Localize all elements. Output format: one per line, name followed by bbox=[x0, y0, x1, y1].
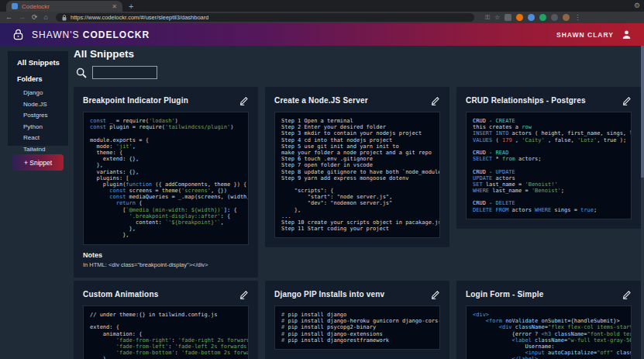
code-line: # pip install django-extensions bbox=[281, 331, 433, 337]
sidebar-item-django[interactable]: Django bbox=[23, 89, 68, 96]
code-line: }, bbox=[90, 356, 242, 359]
snippet-card[interactable]: Login Form - Simple <div> <form noValida… bbox=[456, 281, 641, 359]
code-line: animation: { bbox=[90, 331, 242, 337]
extension-orange-icon[interactable] bbox=[516, 14, 523, 21]
code-line: INSERT INTO actors ( height, first_name,… bbox=[473, 130, 625, 136]
edit-pencil-icon[interactable] bbox=[622, 289, 632, 299]
reload-icon[interactable]: ⟳ bbox=[32, 12, 38, 23]
edit-pencil-icon[interactable] bbox=[430, 289, 440, 299]
code-line bbox=[90, 130, 242, 136]
code-line: }, bbox=[90, 226, 242, 232]
browser-address-bar: ← → ⟳ ⌂ https://www.codelockr.com/#/user… bbox=[0, 12, 644, 23]
snippet-card[interactable]: Django PIP Installs into venv # pip inst… bbox=[265, 281, 449, 359]
code-line: SELECT * from actors; bbox=[473, 156, 625, 162]
extension-box-icon[interactable] bbox=[505, 14, 511, 21]
code-line: Username: bbox=[473, 343, 625, 350]
browser-tab[interactable]: Codelockr ✕ bbox=[6, 1, 122, 12]
sidebar-item-all-snippets[interactable]: All Snippets bbox=[17, 58, 68, 67]
url-bar[interactable]: https://www.codelockr.com/#/user/sleepti… bbox=[56, 13, 474, 22]
bookmark-star-icon[interactable]: ☆ bbox=[494, 14, 500, 21]
extensions-row: ⚿ ☆ ⋮ bbox=[485, 14, 580, 21]
snippet-card[interactable]: Breakpoint Indicator Plugin const _ = re… bbox=[74, 87, 258, 278]
code-line: module.exports = { bbox=[90, 137, 242, 143]
browser-tab-strip: Codelockr ✕ + ⚙ bbox=[0, 0, 644, 12]
code-line: theme: { bbox=[90, 150, 242, 156]
browser-menu-icon[interactable]: ⋮ bbox=[574, 14, 580, 21]
code-line: Step 6 touch .env .gitignore bbox=[281, 156, 433, 162]
code-line: VALUES ( 179 , 'Caity' , false, 'Lotz', … bbox=[473, 137, 625, 143]
edit-pencil-icon[interactable] bbox=[239, 95, 249, 105]
extension-dark-icon[interactable] bbox=[551, 14, 558, 21]
forward-icon[interactable]: → bbox=[19, 12, 26, 23]
password-key-icon[interactable]: ⚿ bbox=[485, 14, 490, 21]
code-line: CRUD - DELETE bbox=[473, 200, 625, 206]
add-snippet-button[interactable]: + Snippet bbox=[12, 154, 64, 171]
home-icon[interactable]: ⌂ bbox=[44, 12, 48, 23]
sidebar-folders-label: Folders bbox=[17, 75, 68, 83]
code-line: plugin(function ({ addComponents, theme … bbox=[90, 181, 242, 188]
search-icon bbox=[76, 67, 87, 78]
code-line bbox=[281, 181, 433, 188]
notes-label: Notes bbox=[83, 251, 249, 259]
card-title: CRUD Relationships - Postgres bbox=[466, 96, 586, 105]
sidebar-item-python[interactable]: Python bbox=[23, 123, 68, 130]
code-line: const _ = require('lodash') bbox=[90, 118, 242, 124]
code-line: # pip install psycopg2-binary bbox=[281, 324, 433, 330]
code-line: DELETE FROM actors WHERE sings = true; bbox=[473, 207, 625, 213]
code-line: WHERE last_name = 'Benoist'; bbox=[473, 188, 625, 194]
code-line: # pip install django bbox=[281, 312, 433, 318]
window-settings-icon[interactable]: ⚙ bbox=[634, 2, 640, 9]
code-line: }, bbox=[90, 232, 242, 238]
code-line: <input autoCapitalize="off" className="f… bbox=[473, 350, 625, 356]
code-block: Step 1 Open a terminalStep 2 Enter your … bbox=[274, 112, 440, 238]
scrollbar-thumb[interactable] bbox=[641, 46, 644, 178]
code-block: // under theme:{} in tailwind.config.js … bbox=[83, 305, 249, 359]
snippet-card[interactable]: Custom Animations // under theme:{} in t… bbox=[74, 281, 258, 359]
code-line: <label className="w-full text-gray-50"> bbox=[473, 337, 625, 343]
tab-close-icon[interactable]: ✕ bbox=[112, 3, 117, 10]
code-line: 'fade-from-left': 'fade-left 2s forwards… bbox=[90, 343, 242, 350]
card-title: Custom Animations bbox=[83, 290, 158, 299]
sidebar-item-postgres[interactable]: Postgres bbox=[23, 112, 68, 119]
edit-pencil-icon[interactable] bbox=[430, 95, 440, 105]
back-icon[interactable]: ← bbox=[5, 12, 12, 23]
new-tab-button[interactable]: + bbox=[129, 1, 133, 12]
notes-text: In HTML: <div class="breakpoint-display"… bbox=[83, 261, 249, 268]
app-title: SHAWN'S CODELOCKR bbox=[32, 29, 150, 40]
code-line: UPDATE actors bbox=[473, 175, 625, 181]
sidebar-item-react[interactable]: React bbox=[23, 134, 68, 141]
sidebar-item-tailwind[interactable]: Tailwind bbox=[23, 146, 68, 153]
code-line: extend: {}, bbox=[90, 156, 242, 162]
extension-blue-icon[interactable] bbox=[528, 14, 535, 21]
snippet-card[interactable]: CRUD Relationships - Postgres CRUD - CRE… bbox=[456, 87, 641, 229]
code-line bbox=[473, 162, 625, 168]
code-line: CRUD - UPDATE bbox=[473, 169, 625, 175]
code-line: "dev": "nodemon server.js" bbox=[281, 200, 433, 206]
codelockr-lock-icon bbox=[12, 29, 24, 40]
snippet-card[interactable]: Create a Node.JS Server Step 1 Open a te… bbox=[265, 87, 449, 247]
code-line: [`@media (min-width: ${width})`]: { bbox=[90, 207, 242, 213]
code-line: Step 9 yarn add express mongoose dotenv bbox=[281, 175, 433, 181]
tab-title: Codelockr bbox=[22, 3, 108, 10]
app-owner: SHAWN'S bbox=[32, 29, 83, 40]
code-line: '.breakpoint-display::after': { bbox=[90, 213, 242, 219]
extension-green-icon[interactable] bbox=[539, 14, 546, 21]
code-line: plugins: [ bbox=[90, 175, 242, 181]
sidebar: All Snippets Folders DjangoNode.JSPostgr… bbox=[8, 51, 68, 146]
edit-pencil-icon[interactable] bbox=[239, 289, 249, 299]
code-line: <div className="flex flex-col items-star… bbox=[473, 324, 625, 330]
edit-pencil-icon[interactable] bbox=[622, 95, 632, 105]
favicon-icon bbox=[12, 3, 18, 9]
code-line bbox=[90, 318, 242, 324]
code-line: Step 3 mkdir to contain your nodejs proj… bbox=[281, 130, 433, 136]
page-title: All Snippets bbox=[74, 48, 134, 60]
app-header: SHAWN'S CODELOCKR SHAWN CLARY bbox=[0, 23, 644, 46]
code-line: Step 1 Open a terminal bbox=[281, 118, 433, 124]
user-profile-icon[interactable] bbox=[622, 29, 632, 40]
profile-avatar[interactable] bbox=[563, 14, 570, 21]
code-line: # pip install djangorestframework bbox=[281, 337, 433, 343]
sidebar-item-node-js[interactable]: Node.JS bbox=[23, 101, 68, 108]
code-line: Step 4 cd into that nodejs project bbox=[281, 137, 433, 143]
page-scrollbar[interactable] bbox=[641, 46, 644, 359]
search-input[interactable] bbox=[92, 66, 157, 79]
